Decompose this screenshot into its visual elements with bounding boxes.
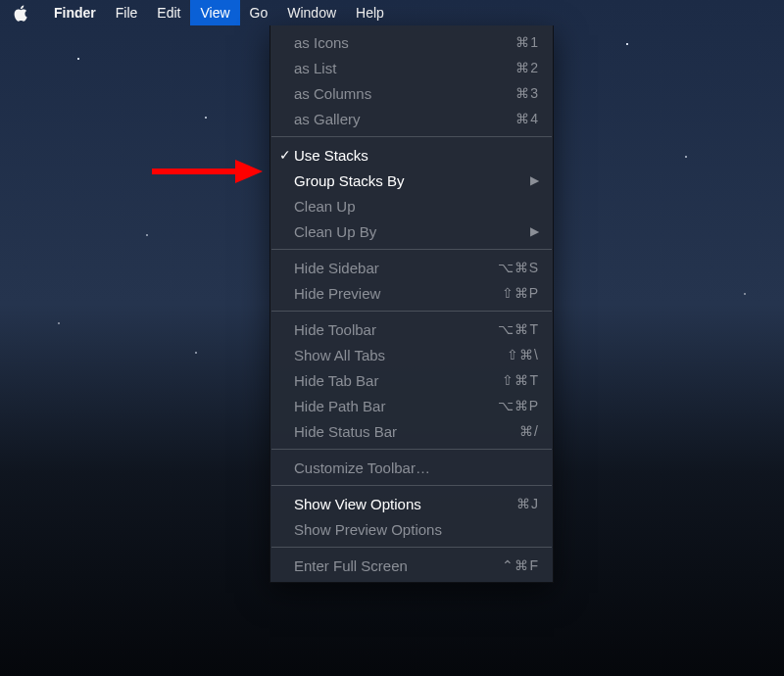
checkmark-icon: ✓ [276,147,294,163]
menubar-item-window[interactable]: Window [277,0,346,25]
menu-item-label: Customize Toolbar… [294,459,539,476]
menu-item-show-view-options[interactable]: Show View Options⌘J [270,491,553,516]
menubar-item-go[interactable]: Go [240,0,278,25]
menu-item-hide-status-bar: Hide Status Bar⌘/ [270,418,553,444]
menu-item-hide-preview: Hide Preview⇧⌘P [270,280,553,306]
menu-item-label: Use Stacks [294,147,539,164]
menu-item-shortcut: ⌘2 [515,60,539,75]
menu-item-label: as Icons [294,34,515,51]
menu-item-label: as Columns [294,85,515,102]
menu-item-label: Hide Tab Bar [294,372,502,389]
menubar-item-file[interactable]: File [106,0,148,25]
menu-item-label: Show All Tabs [294,347,507,363]
menu-item-shortcut: ⇧⌘\ [507,347,539,362]
apple-menu-icon[interactable] [14,5,28,22]
menu-item-hide-toolbar: Hide Toolbar⌥⌘T [270,316,553,342]
menu-item-label: as List [294,60,515,76]
menu-item-use-stacks[interactable]: ✓Use Stacks [270,142,553,168]
menu-item-shortcut: ⌥⌘S [498,260,539,275]
menubar-item-view[interactable]: View [190,0,239,25]
menubar-app-name[interactable]: Finder [44,0,106,25]
menu-item-label: Hide Path Bar [294,398,498,414]
menu-item-hide-sidebar: Hide Sidebar⌥⌘S [270,255,553,280]
menubar-item-edit[interactable]: Edit [147,0,190,25]
annotation-arrow-icon [147,152,265,191]
menu-item-shortcut: ⌥⌘T [498,321,539,337]
menu-item-show-preview-options: Show Preview Options [270,516,553,542]
menu-item-shortcut: ⇧⌘T [502,372,539,388]
menu-item-show-all-tabs: Show All Tabs⇧⌘\ [270,342,553,367]
menu-item-as-columns: as Columns⌘3 [270,80,553,106]
menu-item-hide-tab-bar: Hide Tab Bar⇧⌘T [270,367,553,393]
menu-item-clean-up-by: Clean Up By▶ [270,218,553,244]
menu-separator [271,547,552,548]
submenu-arrow-icon: ▶ [530,224,539,238]
menu-item-hide-path-bar: Hide Path Bar⌥⌘P [270,393,553,418]
menu-item-label: Clean Up By [294,223,530,240]
menu-separator [271,249,552,250]
menu-item-shortcut: ⌘/ [519,423,539,439]
menu-item-shortcut: ⌘3 [515,85,539,101]
menu-item-label: Show View Options [294,496,516,512]
menu-item-label: Hide Sidebar [294,260,498,276]
menu-item-as-gallery: as Gallery⌘4 [270,106,553,131]
menu-item-label: Hide Status Bar [294,423,519,440]
menu-item-shortcut: ⌘J [516,496,539,511]
menubar-item-help[interactable]: Help [346,0,394,25]
menu-item-label: Hide Toolbar [294,321,498,338]
menu-separator [271,485,552,486]
menu-item-as-list: as List⌘2 [270,55,553,80]
menu-item-shortcut: ⇧⌘P [502,285,539,301]
menu-item-shortcut: ⌘4 [515,111,539,126]
menu-separator [271,136,552,137]
menu-item-clean-up: Clean Up [270,193,553,218]
menu-item-label: Clean Up [294,198,539,215]
menu-item-shortcut: ⌃⌘F [502,557,539,573]
menu-item-as-icons: as Icons⌘1 [270,29,553,55]
submenu-arrow-icon: ▶ [530,173,539,187]
menu-item-shortcut: ⌘1 [515,34,539,50]
menu-item-group-stacks-by[interactable]: Group Stacks By▶ [270,168,553,193]
desktop: Finder FileEditViewGoWindowHelp as Icons… [0,0,784,676]
view-menu-dropdown: as Icons⌘1as List⌘2as Columns⌘3as Galler… [270,25,554,583]
menu-item-label: Hide Preview [294,285,502,302]
menu-item-label: Group Stacks By [294,172,530,189]
menu-item-customize-toolbar: Customize Toolbar… [270,455,553,480]
menu-item-shortcut: ⌥⌘P [498,398,539,413]
menubar: Finder FileEditViewGoWindowHelp [0,0,784,25]
menu-separator [271,311,552,312]
menu-item-label: Enter Full Screen [294,557,502,574]
menu-item-label: as Gallery [294,111,515,127]
menu-item-label: Show Preview Options [294,521,539,538]
menu-item-enter-full-screen: Enter Full Screen⌃⌘F [270,553,553,578]
menu-separator [271,449,552,450]
svg-marker-1 [235,160,263,183]
